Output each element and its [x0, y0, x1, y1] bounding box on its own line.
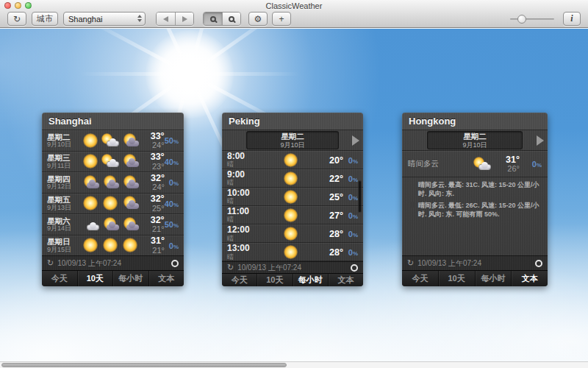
- hourly-rows: 8:00晴20°0%9:00晴22°0%10:00晴25°0%11:00晴27°…: [222, 151, 363, 261]
- time-column: 10:00晴: [227, 188, 265, 205]
- date-navigator: 星期二9月10日: [222, 130, 363, 151]
- cloudsun-icon: [121, 177, 139, 189]
- hour-icon-cell: [265, 247, 317, 258]
- sun-icon: [82, 197, 99, 210]
- zoom-out-button[interactable]: [204, 13, 222, 25]
- city-select[interactable]: Shanghai: [63, 12, 146, 26]
- weekday-label: 星期二: [428, 132, 523, 141]
- percent-sign: %: [173, 244, 179, 250]
- forecast-day-row: 星期三9月11日33°23°40%: [42, 152, 184, 173]
- tab-today[interactable]: 今天: [402, 271, 438, 286]
- day-name: 星期三: [47, 154, 82, 163]
- sun-glow: [103, 196, 118, 210]
- tab-10day[interactable]: 10天: [438, 271, 475, 286]
- cloud-shape: [126, 161, 139, 167]
- tab-text[interactable]: 文本: [328, 274, 363, 286]
- city-button[interactable]: 城市: [32, 12, 58, 26]
- last-updated: 10/09/13 上午07:24: [237, 263, 301, 273]
- precip-percent: 0%: [165, 178, 179, 187]
- date-label: 9月10日: [247, 141, 339, 149]
- cloud-shape: [107, 161, 119, 167]
- horizontal-scrollbar-thumb[interactable]: [1, 363, 287, 367]
- hour-icon-cell: [265, 173, 317, 185]
- sun-glow: [103, 238, 118, 252]
- sun-icon: [82, 239, 99, 252]
- hour-temp: 28°: [317, 229, 343, 239]
- percent-sign: %: [537, 162, 542, 169]
- high-temp: 32°: [140, 194, 165, 204]
- tab-hourly[interactable]: 每小时: [112, 271, 148, 286]
- forecast-text-row: 晴间多云. 最高: 31C. 风速: 15-20 公里/小时. 风向: 东.: [407, 181, 542, 198]
- tab-hourly[interactable]: 每小时: [475, 271, 512, 286]
- next-day-button[interactable]: [537, 135, 544, 146]
- forecast-text: 晴间多云. 最低: 26C. 风速: 15-20 公里/小时. 风向: 东. 可…: [418, 202, 542, 219]
- percent-sign: %: [173, 180, 179, 187]
- precip-value: 40: [165, 199, 173, 208]
- cloud-shape: [126, 224, 139, 230]
- sun-icon: [101, 239, 119, 252]
- day-column: 星期二9月10日: [47, 133, 82, 149]
- panel-body: 星期二9月10日晴间多云31°26°0%晴间多云. 最高: 31C. 风速: 1…: [402, 130, 548, 255]
- condition-label: 晴: [227, 236, 265, 243]
- refresh-button[interactable]: ↻: [7, 12, 26, 26]
- settings-button[interactable]: ⚙: [248, 12, 268, 26]
- precip-percent: 40%: [165, 199, 179, 208]
- condition-label: 晴: [227, 216, 265, 224]
- low-temp: 23°: [140, 163, 165, 171]
- tab-10day[interactable]: 10天: [77, 271, 113, 286]
- cloud-shape: [126, 183, 139, 188]
- current-conditions-row: 晴间多云31°26°0%: [402, 151, 548, 177]
- time-column: 9:00晴: [227, 170, 265, 187]
- tab-today[interactable]: 今天: [222, 274, 257, 286]
- sun-glow: [284, 227, 298, 241]
- refresh-icon[interactable]: ↻: [47, 258, 54, 268]
- precip-value: 50: [165, 220, 173, 229]
- info-icon: i: [570, 13, 573, 24]
- status-circle-button[interactable]: [351, 264, 358, 272]
- horizontal-scrollbar[interactable]: [0, 361, 588, 368]
- sun-icon: [283, 210, 299, 222]
- time-column: 12:00晴: [227, 225, 265, 242]
- low-temp: 21°: [140, 225, 165, 234]
- status-circle-button[interactable]: [171, 260, 179, 267]
- refresh-icon[interactable]: ↻: [227, 263, 234, 272]
- forecast-text: 晴间多云. 最高: 31C. 风速: 15-20 公里/小时. 风向: 东.: [418, 181, 542, 198]
- zoom-in-button[interactable]: [222, 13, 240, 25]
- forecast-hour-row: 9:00晴22°0%: [222, 169, 363, 188]
- sun-icon: [121, 239, 139, 252]
- zoom-segment: [203, 12, 241, 26]
- slider-knob[interactable]: [517, 15, 526, 24]
- low-temp: 24°: [140, 183, 165, 192]
- window-title: ClassicWeather: [0, 1, 588, 10]
- percent-sign: %: [353, 177, 358, 183]
- condition-label: 晴: [227, 180, 265, 187]
- next-day-button[interactable]: [352, 135, 359, 146]
- cloud-icon: [82, 219, 99, 231]
- add-city-button[interactable]: +: [272, 12, 291, 26]
- scale-slider[interactable]: [510, 12, 554, 26]
- sun-glow: [83, 154, 98, 169]
- popup-arrows-icon: [137, 15, 142, 22]
- hour-label: 13:00: [227, 244, 265, 253]
- sun-glow: [284, 171, 298, 185]
- suncloud-icon: [473, 158, 491, 171]
- percent-sign: %: [353, 158, 358, 165]
- previous-icon: [163, 16, 168, 22]
- next-button[interactable]: [175, 13, 193, 25]
- tab-hourly[interactable]: 每小时: [293, 274, 328, 286]
- sun-ray: [79, 72, 300, 76]
- tab-10day[interactable]: 10天: [257, 274, 292, 286]
- refresh-icon[interactable]: ↻: [407, 258, 414, 268]
- tab-text[interactable]: 文本: [148, 271, 184, 286]
- vertical-scrollbar-thumb[interactable]: [358, 180, 362, 213]
- info-button[interactable]: i: [563, 12, 581, 26]
- zoom-in-icon: [229, 16, 234, 22]
- panel-tabs: 今天10天每小时文本: [402, 270, 548, 286]
- temperature-column: 33°24°: [140, 132, 165, 150]
- day-date: 9月10日: [47, 141, 82, 149]
- condition-label: 晴: [227, 198, 265, 205]
- tab-today[interactable]: 今天: [42, 271, 77, 286]
- tab-text[interactable]: 文本: [511, 271, 548, 286]
- previous-button[interactable]: [157, 13, 175, 25]
- status-circle-button[interactable]: [535, 260, 542, 267]
